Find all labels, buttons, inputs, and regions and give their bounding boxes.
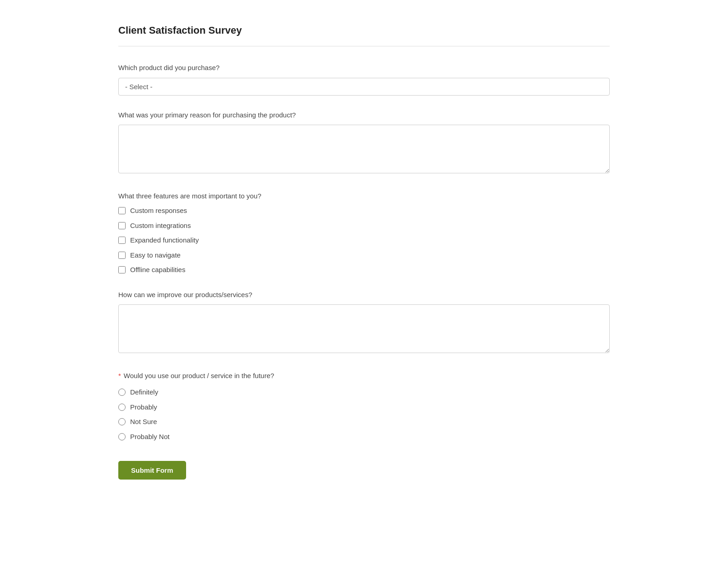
checkbox-offline-capabilities[interactable] [118, 266, 126, 273]
section-important-features: What three features are most important t… [118, 191, 610, 275]
checkbox-item-custom-responses[interactable]: Custom responses [118, 206, 610, 216]
checkbox-easy-navigate[interactable] [118, 252, 126, 259]
checkbox-item-custom-integrations[interactable]: Custom integrations [118, 221, 610, 231]
section-product-purchase: Which product did you purchase? - Select… [118, 63, 610, 96]
product-select[interactable]: - Select - Product A Product B Product C [118, 78, 610, 96]
checkbox-custom-integrations[interactable] [118, 222, 126, 229]
checkbox-item-offline-capabilities[interactable]: Offline capabilities [118, 265, 610, 275]
radio-label-not-sure: Not Sure [130, 417, 157, 427]
future-use-radio-group: Definitely Probably Not Sure Probably No… [118, 387, 610, 442]
survey-form: Which product did you purchase? - Select… [118, 63, 610, 480]
features-checkbox-group: Custom responses Custom integrations Exp… [118, 206, 610, 275]
label-future-use: Would you use our product / service in t… [124, 371, 274, 381]
checkbox-expanded-functionality[interactable] [118, 237, 126, 244]
checkbox-item-expanded-functionality[interactable]: Expanded functionality [118, 235, 610, 246]
checkbox-custom-responses[interactable] [118, 207, 126, 214]
radio-definitely[interactable] [118, 389, 126, 396]
checkbox-label-custom-integrations: Custom integrations [130, 221, 191, 231]
page-container: Client Satisfaction Survey Which product… [91, 0, 637, 516]
select-wrapper: - Select - Product A Product B Product C [118, 78, 610, 96]
checkbox-item-easy-navigate[interactable]: Easy to navigate [118, 250, 610, 261]
future-use-question-row: * Would you use our product / service in… [118, 371, 610, 386]
checkbox-label-offline-capabilities: Offline capabilities [130, 265, 185, 275]
submit-button[interactable]: Submit Form [118, 461, 186, 480]
survey-title: Client Satisfaction Survey [118, 23, 610, 46]
radio-probably[interactable] [118, 404, 126, 411]
section-future-use: * Would you use our product / service in… [118, 371, 610, 442]
radio-item-definitely[interactable]: Definitely [118, 387, 610, 398]
checkbox-label-custom-responses: Custom responses [130, 206, 187, 216]
radio-item-probably-not[interactable]: Probably Not [118, 432, 610, 442]
label-primary-reason: What was your primary reason for purchas… [118, 110, 610, 121]
radio-item-not-sure[interactable]: Not Sure [118, 417, 610, 427]
radio-label-probably-not: Probably Not [130, 432, 170, 442]
label-improve-services: How can we improve our products/services… [118, 290, 610, 300]
checkbox-label-easy-navigate: Easy to navigate [130, 250, 181, 261]
required-star: * [118, 371, 121, 381]
improve-services-textarea[interactable] [118, 304, 610, 353]
radio-not-sure[interactable] [118, 418, 126, 425]
primary-reason-textarea[interactable] [118, 125, 610, 173]
label-important-features: What three features are most important t… [118, 191, 610, 202]
section-improve-services: How can we improve our products/services… [118, 290, 610, 356]
checkbox-label-expanded-functionality: Expanded functionality [130, 235, 199, 246]
section-primary-reason: What was your primary reason for purchas… [118, 110, 610, 177]
label-product-purchase: Which product did you purchase? [118, 63, 610, 73]
radio-probably-not[interactable] [118, 433, 126, 440]
radio-label-probably: Probably [130, 402, 157, 413]
radio-label-definitely: Definitely [130, 387, 158, 398]
radio-item-probably[interactable]: Probably [118, 402, 610, 413]
